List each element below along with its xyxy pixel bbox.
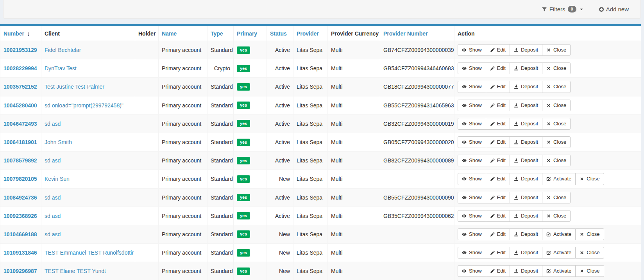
close-button[interactable]: Close [575, 173, 604, 185]
account-number-link[interactable]: 10109131846 [4, 250, 37, 256]
edit-button[interactable]: Edit [486, 247, 510, 259]
show-button[interactable]: Show [458, 44, 486, 56]
column-header-status[interactable]: Status [267, 26, 293, 41]
close-button[interactable]: Close [542, 62, 571, 74]
deposit-button[interactable]: Deposit [510, 228, 542, 240]
account-number-link[interactable]: 10079820105 [4, 176, 37, 182]
edit-button[interactable]: Edit [486, 44, 510, 56]
close-button[interactable]: Close [542, 100, 571, 111]
activate-button[interactable]: Activate [542, 173, 576, 185]
client-link[interactable]: DynTrav Test [45, 65, 77, 71]
deposit-button[interactable]: Deposit [510, 265, 542, 277]
close-button[interactable]: Close [542, 210, 571, 222]
account-number-link[interactable]: 10084924736 [4, 194, 37, 201]
show-button[interactable]: Show [458, 118, 486, 130]
deposit-button[interactable]: Deposit [510, 100, 542, 111]
deposit-button[interactable]: Deposit [510, 62, 542, 74]
client-link[interactable]: TEST Eliane TEST Yundt [45, 268, 106, 274]
deposit-button[interactable]: Deposit [510, 136, 542, 148]
edit-button[interactable]: Edit [486, 81, 510, 93]
deposit-button[interactable]: Deposit [510, 81, 542, 93]
account-number-link[interactable]: 10021953129 [4, 47, 37, 53]
account-number-link[interactable]: 10109296987 [4, 268, 37, 274]
column-header-provider[interactable]: Provider [293, 26, 328, 41]
client-link[interactable]: sd asd [45, 213, 61, 219]
account-number-link[interactable]: 10078579892 [4, 157, 37, 164]
primary-cell: yes [234, 244, 267, 262]
table-row: 10028229994DynTrav TestPrimary accountCr… [0, 59, 641, 78]
edit-button[interactable]: Edit [486, 173, 510, 185]
account-number-link[interactable]: 10104669188 [4, 231, 37, 237]
account-number-link[interactable]: 10064181901 [4, 139, 37, 145]
client-link[interactable]: sd asd [45, 231, 61, 237]
activate-button[interactable]: Activate [542, 265, 576, 277]
show-button[interactable]: Show [458, 192, 486, 203]
edit-button[interactable]: Edit [486, 155, 510, 166]
edit-button[interactable]: Edit [486, 118, 510, 130]
add-new-button[interactable]: Add new [599, 6, 629, 12]
number-cell: 10109296987 [0, 262, 41, 280]
close-button[interactable]: Close [542, 192, 571, 203]
deposit-button[interactable]: Deposit [510, 44, 542, 56]
edit-button[interactable]: Edit [486, 62, 510, 74]
client-link[interactable]: sd asd [45, 194, 61, 201]
close-button[interactable]: Close [542, 136, 571, 148]
client-link[interactable]: Fidel Bechtelar [45, 47, 81, 53]
show-button[interactable]: Show [458, 136, 486, 148]
client-link[interactable]: sd asd [45, 121, 61, 127]
close-button[interactable]: Close [542, 118, 571, 130]
activate-button[interactable]: Activate [542, 247, 576, 259]
account-number-link[interactable]: 10045280400 [4, 102, 37, 109]
show-button[interactable]: Show [458, 81, 486, 93]
primary-badge: yes [237, 65, 250, 72]
show-button[interactable]: Show [458, 265, 486, 277]
column-header-number[interactable]: Number↓ [0, 26, 41, 41]
show-button[interactable]: Show [458, 173, 486, 185]
x-icon [580, 269, 584, 273]
show-button[interactable]: Show [458, 247, 486, 259]
edit-button[interactable]: Edit [486, 136, 510, 148]
edit-button[interactable]: Edit [486, 192, 510, 203]
primary-cell: yes [234, 225, 267, 243]
edit-button[interactable]: Edit [486, 210, 510, 222]
close-button[interactable]: Close [542, 44, 571, 56]
client-link[interactable]: Test-Justine Test-Palmer [45, 84, 104, 90]
activate-button[interactable]: Activate [542, 228, 576, 240]
show-button[interactable]: Show [458, 155, 486, 166]
client-link[interactable]: John Smith [45, 139, 72, 145]
status-cell: Active [267, 41, 293, 59]
deposit-button[interactable]: Deposit [510, 192, 542, 203]
client-link[interactable]: Kevin Sun [45, 176, 70, 182]
close-button[interactable]: Close [575, 228, 604, 240]
account-number-link[interactable]: 10028229994 [4, 65, 37, 71]
account-number-link[interactable]: 10092368926 [4, 213, 37, 219]
filters-dropdown-button[interactable]: Filters 0 [542, 6, 583, 12]
close-button[interactable]: Close [575, 247, 604, 259]
deposit-button[interactable]: Deposit [510, 155, 542, 166]
edit-button[interactable]: Edit [486, 100, 510, 111]
close-button[interactable]: Close [542, 155, 571, 166]
edit-button[interactable]: Edit [486, 265, 510, 277]
client-link[interactable]: TEST Emmanuel TEST Runolfsdottir [45, 250, 134, 256]
account-number-link[interactable]: 10046472493 [4, 121, 37, 127]
show-button[interactable]: Show [458, 210, 486, 222]
client-link[interactable]: sd onload="prompt(299792458)" [45, 102, 123, 109]
show-button[interactable]: Show [458, 228, 486, 240]
client-link[interactable]: sd asd [45, 157, 61, 164]
download-icon [514, 140, 519, 144]
primary-cell: yes [234, 152, 267, 170]
deposit-button[interactable]: Deposit [510, 210, 542, 222]
column-header-name[interactable]: Name [159, 26, 208, 41]
column-header-type[interactable]: Type [208, 26, 234, 41]
edit-button[interactable]: Edit [486, 228, 510, 240]
deposit-button[interactable]: Deposit [510, 247, 542, 259]
column-header-provider-number[interactable]: Provider Number [380, 26, 454, 41]
column-header-primary[interactable]: Primary [234, 26, 267, 41]
show-button[interactable]: Show [458, 100, 486, 111]
close-button[interactable]: Close [575, 265, 604, 277]
show-button[interactable]: Show [458, 62, 486, 74]
deposit-button[interactable]: Deposit [510, 173, 542, 185]
close-button[interactable]: Close [542, 81, 571, 93]
account-number-link[interactable]: 10035752152 [4, 84, 37, 90]
deposit-button[interactable]: Deposit [510, 118, 542, 130]
